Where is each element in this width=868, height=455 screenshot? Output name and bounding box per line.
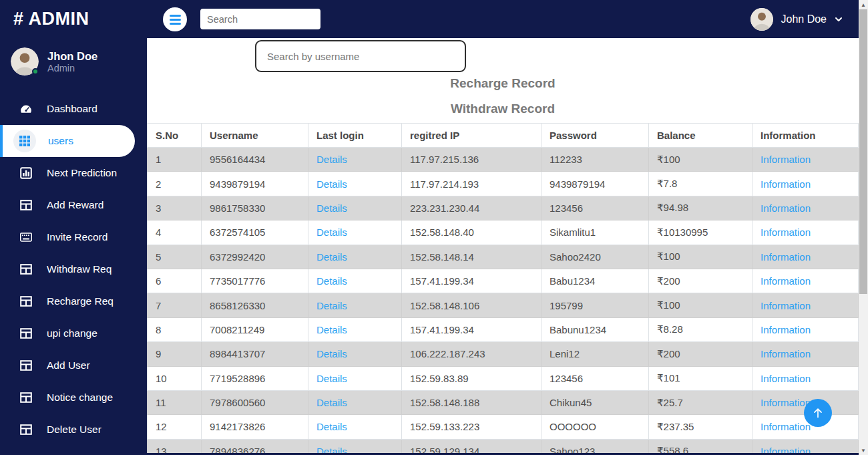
- details-cell: Details: [308, 172, 402, 196]
- information-link[interactable]: Information: [761, 446, 811, 453]
- registered-ip-cell: 152.59.83.89: [402, 366, 541, 390]
- registered-ip-cell: 117.97.214.193: [402, 172, 541, 196]
- information-link[interactable]: Information: [761, 373, 811, 384]
- user-photo-avatar: [11, 47, 39, 75]
- table-row: 137894836276Details152.59.129.134Sahoo12…: [148, 439, 859, 453]
- sno-cell: 13: [148, 439, 202, 453]
- details-cell: Details: [308, 366, 402, 390]
- sidebar-item-recharge-req[interactable]: Recharge Req: [0, 285, 147, 317]
- hamburger-menu-button[interactable]: [163, 7, 187, 31]
- balance-cell: ₹200: [649, 269, 752, 293]
- balance-cell: ₹100: [649, 148, 752, 172]
- table-row: 107719528896Details152.59.83.89123456₹10…: [148, 366, 859, 390]
- scrollbar-down-arrow-icon[interactable]: ▼: [859, 446, 868, 455]
- details-link[interactable]: Details: [316, 446, 347, 453]
- details-link[interactable]: Details: [316, 202, 347, 214]
- details-cell: Details: [308, 415, 402, 439]
- table-row: 46372574105Details152.58.148.40Sikamlitu…: [148, 220, 859, 245]
- details-link[interactable]: Details: [316, 154, 347, 165]
- information-link[interactable]: Information: [761, 202, 811, 214]
- username-search-input[interactable]: [255, 40, 466, 72]
- column-header-username: Username: [202, 124, 308, 148]
- username-cell: 7008211249: [202, 317, 308, 341]
- topbar: # ADMIN John Doe: [0, 0, 859, 38]
- information-link[interactable]: Information: [761, 300, 811, 311]
- details-link[interactable]: Details: [316, 178, 347, 190]
- profile-role: Admin: [47, 63, 97, 73]
- users-table: S.NoUsernameLast loginregitred IPPasswor…: [147, 123, 859, 453]
- registered-ip-cell: 152.59.129.134: [402, 439, 541, 453]
- registered-ip-cell: 152.59.133.223: [402, 415, 541, 439]
- registered-ip-cell: 157.41.199.34: [402, 317, 541, 341]
- information-cell: Information: [752, 366, 859, 390]
- information-link[interactable]: Information: [761, 324, 811, 335]
- column-header-regitred-ip: regitred IP: [402, 124, 541, 148]
- table-body: 19556164434Details117.97.215.136112233₹1…: [148, 148, 859, 454]
- topbar-search-input[interactable]: [200, 9, 320, 29]
- sidebar-item-notice-change[interactable]: Notice change: [0, 382, 147, 414]
- sidebar-item-upi-change[interactable]: upi change: [0, 317, 147, 349]
- username-cell: 7978600560: [202, 390, 308, 414]
- sidebar-item-dashboard[interactable]: Dashboard: [0, 93, 147, 125]
- sidebar-item-add-user[interactable]: Add User: [0, 349, 147, 382]
- registered-ip-cell: 152.58.148.188: [402, 390, 541, 414]
- information-link[interactable]: Information: [761, 275, 811, 287]
- details-cell: Details: [308, 342, 402, 366]
- chevron-down-icon: [835, 15, 843, 23]
- balance-cell: ₹237.35: [649, 415, 752, 439]
- table-icon: [20, 392, 32, 404]
- sidebar-item-users[interactable]: users: [0, 125, 135, 157]
- username-cell: 9439879194: [202, 172, 308, 196]
- sidebar-item-withdraw-req[interactable]: Withdraw Req: [0, 253, 147, 285]
- balance-cell: ₹100: [649, 293, 752, 317]
- details-link[interactable]: Details: [316, 397, 347, 408]
- username-cell: 9556164434: [202, 148, 308, 172]
- details-link[interactable]: Details: [316, 421, 347, 432]
- balance-cell: ₹7.8: [649, 172, 752, 196]
- details-link[interactable]: Details: [316, 251, 347, 263]
- user-menu[interactable]: John Doe: [750, 0, 843, 38]
- information-link[interactable]: Information: [761, 178, 811, 190]
- details-cell: Details: [308, 220, 402, 245]
- username-cell: 8658126330: [202, 293, 308, 317]
- sidebar-item-add-reward[interactable]: Add Reward: [0, 189, 147, 221]
- password-cell: Babu1234: [541, 269, 649, 293]
- information-link[interactable]: Information: [761, 154, 811, 165]
- details-link[interactable]: Details: [316, 226, 347, 238]
- withdraw-record-heading: Withdraw Record: [147, 102, 859, 116]
- table-row: 78658126330Details152.58.148.106195799₹1…: [148, 293, 859, 317]
- details-link[interactable]: Details: [316, 373, 347, 384]
- registered-ip-cell: 223.231.230.44: [402, 196, 541, 220]
- information-link[interactable]: Information: [761, 251, 811, 263]
- sno-cell: 11: [148, 390, 202, 414]
- details-link[interactable]: Details: [316, 324, 347, 335]
- details-link[interactable]: Details: [316, 300, 347, 311]
- registered-ip-cell: 106.222.187.243: [402, 342, 541, 366]
- arrow-up-icon: [811, 406, 825, 420]
- information-link[interactable]: Information: [761, 421, 811, 432]
- information-link[interactable]: Information: [761, 226, 811, 238]
- sidebar-item-invite-record[interactable]: Invite Record: [0, 221, 147, 253]
- column-header-s-no: S.No: [148, 124, 202, 148]
- sno-cell: 10: [148, 366, 202, 390]
- information-link[interactable]: Information: [761, 348, 811, 359]
- username-cell: 9142173826: [202, 415, 308, 439]
- information-cell: Information: [752, 196, 859, 220]
- scrollbar-up-arrow-icon[interactable]: ▲: [859, 0, 868, 9]
- recharge-record-heading: Recharge Record: [147, 76, 859, 91]
- password-cell: OOOOOO: [541, 415, 649, 439]
- details-link[interactable]: Details: [316, 275, 347, 287]
- information-link[interactable]: Information: [761, 397, 811, 408]
- scroll-to-top-button[interactable]: [804, 399, 832, 427]
- information-cell: Information: [752, 220, 859, 245]
- vertical-scrollbar[interactable]: ▲ ▼: [859, 0, 868, 455]
- scrollbar-thumb[interactable]: [859, 9, 867, 294]
- sidebar-item-delete-user[interactable]: Delete User: [0, 414, 147, 446]
- sno-cell: 9: [148, 342, 202, 366]
- password-cell: Chikun45: [541, 390, 649, 414]
- sidebar-item-next-prediction[interactable]: Next Prediction: [0, 157, 147, 189]
- sno-cell: 6: [148, 269, 202, 293]
- details-link[interactable]: Details: [316, 348, 347, 359]
- username-cell: 8984413707: [202, 342, 308, 366]
- table-icon: [20, 359, 32, 371]
